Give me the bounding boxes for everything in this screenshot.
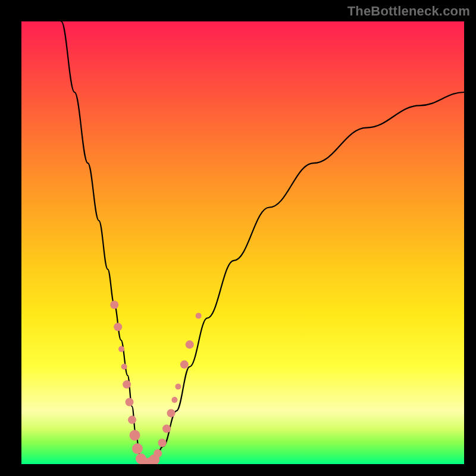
data-marker — [121, 364, 127, 369]
data-marker — [118, 346, 124, 352]
data-marker — [128, 416, 136, 424]
data-marker — [154, 449, 162, 458]
data-marker — [114, 322, 122, 331]
data-marker — [186, 340, 194, 349]
plot-overlay — [21, 21, 464, 464]
bottleneck-curve — [61, 21, 464, 464]
data-marker — [175, 384, 181, 390]
data-marker — [123, 380, 131, 389]
data-marker — [171, 397, 177, 403]
image-frame: TheBottleneck.com — [0, 0, 476, 476]
plot-area — [21, 21, 464, 464]
data-marker — [180, 361, 189, 369]
data-marker — [196, 313, 202, 319]
data-marker — [130, 430, 140, 441]
marker-group — [110, 300, 201, 464]
data-marker — [167, 409, 176, 417]
data-marker — [126, 398, 134, 406]
data-marker — [162, 425, 171, 433]
watermark-text: TheBottleneck.com — [347, 4, 470, 19]
data-marker — [132, 443, 143, 454]
data-marker — [158, 439, 167, 447]
data-marker — [110, 300, 118, 309]
